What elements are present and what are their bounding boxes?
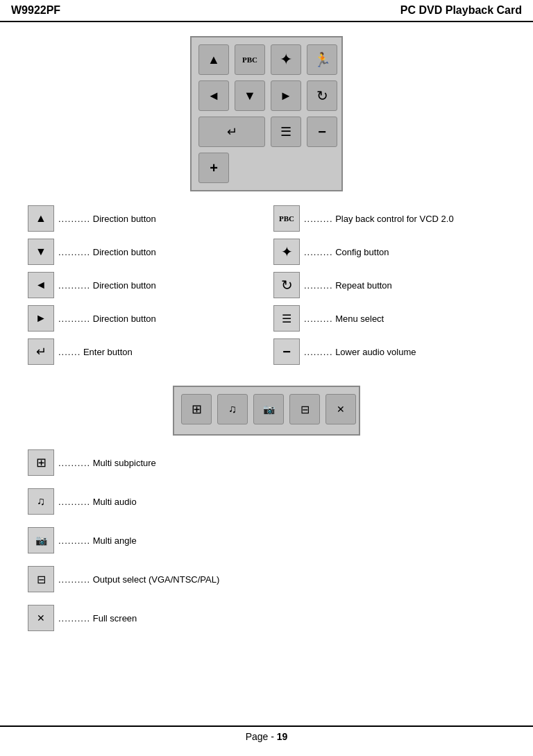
multi-angle-btn: 📷 (253, 394, 284, 424)
desc-row-pbc: PBC ......... Play back control for VCD … (273, 205, 505, 232)
up-icon: ▲ (28, 205, 54, 232)
desc-row-config: ✦ ......... Config button (273, 239, 505, 265)
desc-text-repeat: ......... Repeat button (303, 280, 392, 291)
desc-row-menu: ☰ ......... Menu select (273, 305, 505, 332)
desc-text-multi-angle: .......... Multi angle (57, 535, 137, 546)
main-content: ▲ PBC ✦ 🏃 ◄ ▼ ► ↻ ↵ ☰ − + ▲ .......... D… (0, 29, 533, 659)
down-icon: ▼ (28, 239, 54, 265)
repeat-btn: ↻ (307, 80, 337, 111)
desc-text-config: ......... Config button (303, 247, 389, 257)
left-arrow-btn: ◄ (198, 80, 229, 111)
config-icon: ✦ (273, 239, 300, 265)
desc-text-output: .......... Output select (VGA/NTSC/PAL) (57, 574, 219, 585)
left-icon: ◄ (28, 272, 54, 298)
desc-text-enter: ....... Enter button (57, 347, 133, 357)
output-icon: ⊟ (28, 566, 54, 592)
config-btn: ✦ (271, 44, 301, 75)
multi-sub-icon: ⊞ (28, 449, 54, 476)
up-arrow-btn: ▲ (198, 44, 229, 75)
remote-image-2: ⊞ ♫ 📷 ⊟ ✕ (173, 386, 360, 436)
desc-row-vol-down: − ......... Lower audio volume (273, 338, 505, 365)
desc-row-multi-sub: ⊞ .......... Multi subpicture (28, 449, 505, 476)
desc-row-multi-audio: ♫ .......... Multi audio (28, 488, 505, 515)
page-header: W9922PF PC DVD Playback Card (0, 0, 533, 22)
fullscreen-btn: ✕ (325, 394, 356, 424)
repeat-icon: ↻ (273, 272, 300, 298)
desc-row-up: ▲ .......... Direction button (28, 205, 260, 232)
right-col: PBC ......... Play back control for VCD … (273, 205, 505, 372)
remote-image-1: ▲ PBC ✦ 🏃 ◄ ▼ ► ↻ ↵ ☰ − + (190, 36, 343, 191)
remote-panel-1: ▲ PBC ✦ 🏃 ◄ ▼ ► ↻ ↵ ☰ − + (28, 36, 505, 191)
remote-panel-2: ⊞ ♫ 📷 ⊟ ✕ (28, 386, 505, 436)
desc-text-menu: ......... Menu select (303, 313, 384, 324)
left-col: ▲ .......... Direction button ▼ ........… (28, 205, 260, 372)
desc-row-multi-angle: 📷 .......... Multi angle (28, 527, 505, 553)
desc-text-pbc: ......... Play back control for VCD 2.0 (303, 214, 454, 224)
desc-text-left: .......... Direction button (57, 280, 156, 291)
desc-row-enter: ↵ ....... Enter button (28, 338, 260, 365)
output-btn: ⊟ (289, 394, 320, 424)
enter-icon: ↵ (28, 338, 54, 365)
desc-row-right-dir: ► .......... Direction button (28, 305, 260, 332)
multi-sub-btn: ⊞ (181, 394, 212, 424)
menu-icon: ☰ (273, 305, 300, 332)
desc-text-multi-audio: .......... Multi audio (57, 497, 137, 507)
blank-btn: 🏃 (307, 44, 337, 75)
vol-up-btn: + (198, 153, 229, 183)
desc-row-down: ▼ .......... Direction button (28, 239, 260, 265)
fullscreen-icon: ✕ (28, 605, 54, 631)
desc-row-output: ⊟ .......... Output select (VGA/NTSC/PAL… (28, 566, 505, 592)
right-icon: ► (28, 305, 54, 332)
desc-text-down: .......... Direction button (57, 247, 156, 257)
desc-text-vol-down: ......... Lower audio volume (303, 347, 416, 357)
desc-text-up: .......... Direction button (57, 214, 156, 224)
desc-row-left: ◄ .......... Direction button (28, 272, 260, 298)
pbc-btn: PBC (235, 44, 265, 75)
multi-audio-icon: ♫ (28, 488, 54, 515)
multi-audio-btn: ♫ (217, 394, 248, 424)
desc-row-repeat: ↻ ......... Repeat button (273, 272, 505, 298)
product-model: W9922PF (11, 4, 60, 17)
desc-text-right-dir: .......... Direction button (57, 313, 156, 324)
multi-angle-icon: 📷 (28, 527, 54, 553)
vol-down-icon: − (273, 338, 300, 365)
desc-text-fullscreen: .......... Full screen (57, 613, 137, 624)
menu-btn: ☰ (271, 117, 301, 147)
right-arrow-btn: ► (271, 80, 301, 111)
description-list-2: ⊞ .......... Multi subpicture ♫ ........… (28, 449, 505, 638)
description-grid-1: ▲ .......... Direction button ▼ ........… (28, 205, 505, 372)
enter-btn: ↵ (198, 117, 265, 147)
desc-text-multi-sub: .......... Multi subpicture (57, 458, 156, 468)
page-number: Page - 19 (246, 731, 288, 742)
desc-row-fullscreen: ✕ .......... Full screen (28, 605, 505, 631)
vol-down-btn: − (307, 117, 337, 147)
page-footer: Page - 19 (0, 725, 533, 742)
product-title: PC DVD Playback Card (400, 4, 522, 17)
pbc-icon: PBC (273, 205, 300, 232)
down-arrow-btn: ▼ (235, 80, 265, 111)
